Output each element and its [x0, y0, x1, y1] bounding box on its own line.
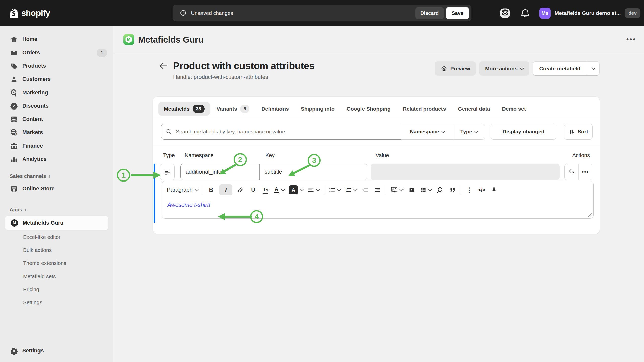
- undo-button[interactable]: [565, 164, 578, 180]
- metafields-guru-logo-icon: M: [123, 34, 134, 45]
- find-replace-icon[interactable]: [436, 184, 444, 195]
- sidebar-item-markets[interactable]: $ Markets: [0, 126, 113, 139]
- back-arrow-icon[interactable]: [159, 62, 168, 70]
- insert-table-button[interactable]: [420, 184, 432, 195]
- block-format-dropdown[interactable]: Paragraph: [167, 187, 198, 193]
- sidebar-item-content[interactable]: Content: [0, 113, 113, 126]
- blockquote-button[interactable]: [448, 184, 456, 195]
- indent-button[interactable]: [374, 184, 382, 195]
- annotation-circle-4: 4: [250, 210, 263, 223]
- sidebar-item-app-settings[interactable]: Settings: [0, 296, 113, 309]
- preview-button[interactable]: Preview: [435, 61, 476, 76]
- sidebar-item-marketing[interactable]: Marketing: [0, 86, 113, 99]
- row-more-button[interactable]: [578, 164, 592, 180]
- sidebar-item-customers[interactable]: Customers: [0, 73, 113, 86]
- search-input[interactable]: [175, 128, 397, 135]
- sidebar-item-bulk-actions[interactable]: Bulk actions: [0, 244, 113, 257]
- globe-dollar-icon: $: [10, 128, 18, 137]
- tab-demo-set[interactable]: Demo set: [497, 102, 531, 116]
- column-header-value: Value: [376, 152, 389, 159]
- sidebar-item-discounts[interactable]: Discounts: [0, 99, 113, 113]
- italic-button[interactable]: I: [219, 184, 232, 195]
- sales-channels-header[interactable]: Sales channels ›: [0, 170, 113, 182]
- underline-button[interactable]: U: [249, 184, 257, 195]
- create-metafield-caret[interactable]: [587, 62, 599, 75]
- shopify-logo[interactable]: shopify: [10, 0, 50, 26]
- link-button[interactable]: [237, 184, 245, 195]
- target-icon: [10, 88, 18, 97]
- tab-variants[interactable]: Variants 5: [211, 102, 255, 116]
- topbar-right: Ms Metafields Guru demo st... dev: [499, 0, 640, 26]
- sidebar-item-pricing[interactable]: Pricing: [0, 283, 113, 296]
- tab-definitions[interactable]: Definitions: [256, 102, 294, 116]
- chevron-down-icon: [281, 187, 285, 191]
- sidebar-item-metafields-guru[interactable]: M Metafields Guru: [5, 216, 108, 230]
- store-name[interactable]: Metafields Guru demo st...: [555, 10, 621, 16]
- chevron-down-icon: [353, 187, 357, 191]
- toolbar-more-button[interactable]: ⋮: [465, 184, 473, 195]
- chevron-down-icon: [337, 187, 341, 191]
- sidebar-item-orders[interactable]: Orders 1: [0, 46, 113, 59]
- insert-image-button[interactable]: [390, 184, 403, 195]
- sidebar-item-products[interactable]: Products: [0, 59, 113, 73]
- sort-button[interactable]: Sort: [564, 124, 593, 140]
- pin-icon[interactable]: [490, 184, 498, 195]
- chevron-down-icon: [194, 187, 199, 191]
- tab-general-data[interactable]: General data: [453, 102, 495, 116]
- sidebar-item-online-store[interactable]: Online Store: [0, 182, 113, 195]
- sidebar-item-settings[interactable]: Settings: [0, 344, 113, 357]
- sidebar-item-theme-extensions[interactable]: Theme extensions: [0, 257, 113, 270]
- tab-related-products[interactable]: Related products: [397, 102, 451, 116]
- bold-button[interactable]: B: [207, 184, 215, 195]
- notifications-bell-icon[interactable]: [520, 8, 530, 18]
- bullet-list-button[interactable]: [329, 184, 341, 195]
- namespace-filter-button[interactable]: Namespace: [401, 124, 453, 140]
- bank-icon: [10, 142, 18, 150]
- storefront-icon: [10, 185, 18, 193]
- bar-chart-icon: [10, 155, 18, 163]
- clear-formatting-button[interactable]: Tx: [261, 184, 269, 195]
- metafield-type-button[interactable]: [160, 164, 175, 180]
- store-avatar[interactable]: Ms: [539, 8, 551, 19]
- page-handle: Handle: product-with-custom-attributes: [173, 74, 314, 80]
- metafields-card: Metafields 38 Variants 5 Definitions Shi…: [153, 97, 600, 234]
- tab-metafields[interactable]: Metafields 38: [158, 102, 210, 116]
- create-metafield-button[interactable]: Create metafield: [533, 62, 587, 75]
- page-title: Product with custom attributes: [173, 60, 314, 71]
- editor-content[interactable]: Awesome t-shirt!: [162, 198, 593, 212]
- outdent-button[interactable]: [361, 184, 369, 195]
- type-filter-button[interactable]: Type: [453, 124, 485, 140]
- text-color-button[interactable]: A: [274, 184, 285, 195]
- namespace-input[interactable]: [181, 164, 259, 180]
- column-header-namespace: Namespace: [185, 152, 214, 159]
- tabs-bar: Metafields 38 Variants 5 Definitions Shi…: [153, 97, 600, 116]
- media-image-icon: [10, 115, 18, 123]
- sort-arrows-icon: [568, 128, 575, 135]
- align-button[interactable]: [307, 184, 319, 195]
- sidebar-item-analytics[interactable]: Analytics: [0, 153, 113, 166]
- insert-video-button[interactable]: [407, 184, 415, 195]
- sidebar-item-metafield-sets[interactable]: Metafield sets: [0, 270, 113, 283]
- sidebar-item-home[interactable]: Home: [0, 33, 113, 46]
- discard-button[interactable]: Discard: [415, 7, 444, 19]
- changed-row-indicator: [154, 164, 155, 223]
- numbered-list-button[interactable]: 1 2: [345, 184, 357, 195]
- tab-shipping-info[interactable]: Shipping info: [296, 102, 340, 116]
- sidebar-item-finance[interactable]: Finance: [0, 139, 113, 153]
- highlight-color-button[interactable]: A: [289, 184, 303, 195]
- save-button[interactable]: Save: [446, 7, 469, 19]
- toolbar-separator: [324, 185, 324, 195]
- editor-toolbar: Paragraph B I: [162, 181, 593, 198]
- display-changed-button[interactable]: Display changed: [491, 124, 556, 140]
- sidebar-item-excel-like-editor[interactable]: Excel-like editor: [0, 231, 113, 244]
- chevron-down-icon: [316, 187, 320, 191]
- app-menu-ellipsis-icon[interactable]: [626, 36, 636, 43]
- more-actions-button[interactable]: More actions: [479, 61, 529, 76]
- sidekick-icon[interactable]: [499, 7, 511, 19]
- code-view-button[interactable]: </>: [478, 184, 486, 195]
- resize-handle[interactable]: [587, 213, 592, 217]
- person-icon: [10, 75, 18, 83]
- apps-header[interactable]: Apps ›: [0, 204, 113, 215]
- chevron-down-icon: [591, 66, 595, 70]
- tab-google-shopping[interactable]: Google Shopping: [341, 102, 396, 116]
